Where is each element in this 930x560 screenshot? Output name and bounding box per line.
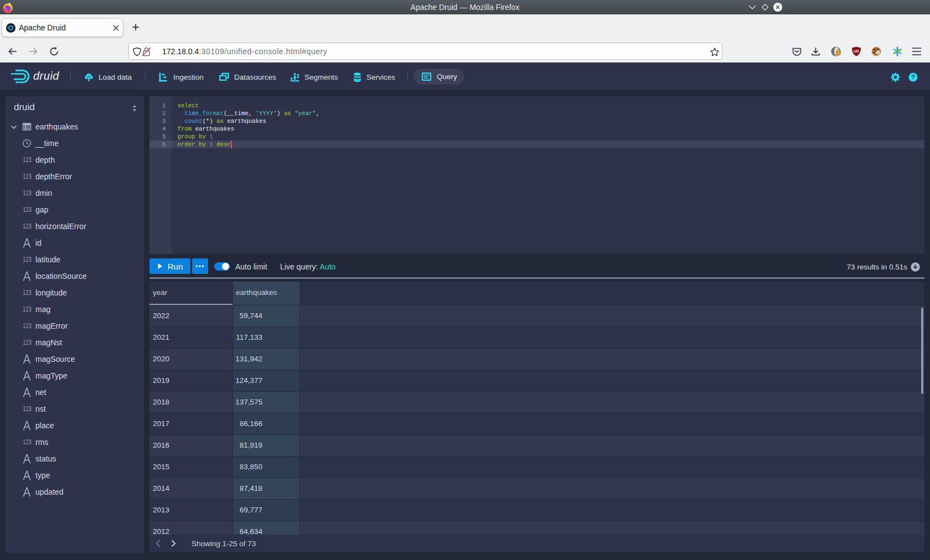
svg-text:?: ?: [911, 74, 914, 80]
svg-text:UO: UO: [854, 49, 859, 53]
